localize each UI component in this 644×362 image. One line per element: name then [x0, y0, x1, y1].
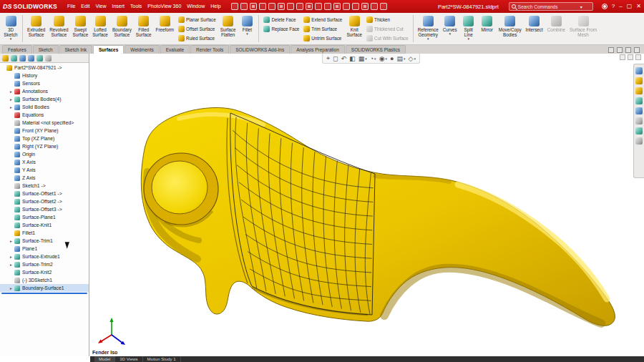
tree-item-front-xy-plane[interactable]: Front (XY Plane)	[0, 127, 89, 134]
pane-icon-3[interactable]	[625, 47, 631, 53]
tree-item-right-yz-plane[interactable]: Right (YZ Plane)	[0, 142, 89, 150]
tree-item-surface-bodies-4[interactable]: ▸Surface Bodies(4)	[0, 95, 89, 103]
tree-item-x-axis[interactable]: X Axis	[0, 158, 89, 166]
close-button[interactable]: ✕	[636, 0, 641, 13]
zoom-area-icon[interactable]: ◻	[332, 55, 338, 62]
section-view-icon[interactable]	[361, 3, 369, 10]
open-icon[interactable]	[250, 3, 257, 10]
ruled-surface-button[interactable]: Ruled Surface	[176, 34, 218, 42]
tree-item-material-not-specified[interactable]: Material <not specified>	[0, 119, 89, 127]
tab-sketch-ink[interactable]: Sketch Ink	[59, 45, 92, 54]
menu-help[interactable]: Help	[208, 0, 223, 13]
menu-file[interactable]: File	[64, 0, 78, 13]
edit-appearance-icon[interactable]: ●	[389, 55, 394, 62]
knit-surface-button[interactable]: KnitSurface	[344, 14, 364, 44]
paste-icon[interactable]	[315, 3, 322, 10]
delete-face-button[interactable]: Delete Face	[261, 15, 301, 24]
curves-button[interactable]: Curves▾	[441, 14, 459, 44]
tree-item-sketch1[interactable]: Sketch1 ->	[0, 182, 89, 190]
appearance-icon[interactable]	[343, 3, 350, 10]
display-manager-icon[interactable]	[36, 55, 43, 62]
snapshot-icon[interactable]	[380, 3, 387, 10]
configuration-manager-icon[interactable]	[19, 55, 26, 62]
copy-icon[interactable]	[306, 3, 313, 10]
menu-view[interactable]: View	[92, 0, 109, 13]
status-tab-model[interactable]: Model	[94, 356, 115, 362]
login-icon[interactable]	[602, 4, 608, 9]
tree-item-annotations[interactable]: ▸Annotations	[0, 87, 89, 95]
design-library-icon[interactable]	[635, 77, 643, 84]
tree-item-solid-bodies[interactable]: ▸Solid Bodies	[0, 103, 89, 111]
menu-edit[interactable]: Edit	[78, 0, 92, 13]
split-line-button[interactable]: SplitLine▾	[459, 14, 478, 44]
tree-item-plane1[interactable]: Plane1	[0, 245, 89, 253]
measure-icon[interactable]	[352, 3, 359, 10]
fender-model[interactable]	[90, 54, 644, 356]
freeform-button[interactable]: Freeform	[154, 14, 177, 44]
intersect-button[interactable]: Intersect	[524, 14, 545, 44]
replace-face-button[interactable]: Replace Face	[261, 24, 301, 33]
section-view-icon[interactable]: ◧	[348, 55, 356, 62]
mirror-button[interactable]: Mirror	[478, 14, 497, 44]
hide-show-items-icon[interactable]: ◉▾	[379, 55, 388, 62]
rebuild-icon[interactable]	[324, 3, 331, 10]
appearances-scenes-icon[interactable]	[635, 107, 643, 114]
tab-solidworks-plastics[interactable]: SOLIDWORKS Plastics	[346, 45, 406, 54]
display-pane-toggle[interactable]	[620, 54, 625, 60]
view-palette-icon[interactable]	[635, 97, 643, 104]
tab-render-tools[interactable]: Render Tools	[190, 45, 229, 54]
feature-manager-icon[interactable]	[2, 55, 9, 62]
tab-weldments[interactable]: Weldments	[125, 45, 159, 54]
boundary-surface-button[interactable]: BoundarySurface	[110, 14, 134, 44]
surface-flatten-button[interactable]: SurfaceFlatten	[218, 14, 238, 44]
task-pane-home-icon[interactable]	[635, 67, 643, 74]
search-commands-box[interactable]: ▾	[509, 2, 593, 11]
tree-item-surface-offset2[interactable]: Surface-Offset2 ->	[0, 197, 89, 205]
property-manager-icon[interactable]	[11, 55, 17, 62]
untrim-surface-button[interactable]: Untrim Surface	[301, 34, 344, 42]
3d-sketch-button[interactable]: 3DSketch▾	[1, 14, 20, 44]
tab-sketch[interactable]: Sketch	[33, 45, 59, 54]
planar-surface-button[interactable]: Planar Surface	[176, 15, 218, 24]
file-explorer-icon[interactable]	[635, 87, 643, 94]
view-cube-icon[interactable]	[371, 3, 378, 10]
menu-tools[interactable]: Tools	[127, 0, 145, 13]
dimxpert-manager-icon[interactable]	[28, 55, 34, 62]
tab-collapse-icon[interactable]	[635, 137, 643, 145]
tab-surfaces[interactable]: Surfaces	[93, 45, 124, 54]
pane-split-toggle[interactable]	[628, 54, 633, 60]
rollback-bar[interactable]	[1, 293, 87, 294]
extend-surface-button[interactable]: Extend Surface	[301, 15, 344, 24]
new-document-icon[interactable]	[240, 3, 248, 10]
tab-analysis-preparation[interactable]: Analysis Preparation	[291, 45, 345, 54]
forum-icon[interactable]	[635, 127, 643, 134]
graphics-area[interactable]: ⌖◻↶◧▦▾◔▾◉▾●▤▾◇▾ Fender Iso	[90, 54, 644, 356]
status-tab-motion-study-1[interactable]: Motion Study 1	[143, 356, 181, 362]
menu-photoview-360[interactable]: PhotoView 360	[145, 0, 184, 13]
tree-item-y-axis[interactable]: Y Axis	[0, 166, 89, 174]
search-dropdown-icon[interactable]: ▾	[580, 4, 582, 9]
tree-item-top-xz-plane[interactable]: Top (XZ Plane)	[0, 134, 89, 142]
status-tab-3d-views[interactable]: 3D Views	[115, 356, 142, 362]
revolved-surface-button[interactable]: RevolvedSurface	[47, 14, 70, 44]
pane-icon-2[interactable]	[617, 47, 623, 53]
view-settings-icon[interactable]: ◇▾	[407, 55, 416, 62]
fillet-button[interactable]: Fillet▾	[238, 14, 256, 44]
extruded-surface-button[interactable]: ExtrudedSurface	[25, 14, 47, 44]
tree-item-surface-knit2[interactable]: Surface-Knit2	[0, 268, 89, 276]
zoom-fit-icon[interactable]: ⌖	[326, 54, 331, 62]
options-icon[interactable]	[333, 3, 341, 10]
tree-item-part2-sw-0847921[interactable]: Part2*SW-0847921 ->	[0, 64, 89, 72]
tree-item-surface-knit1[interactable]: Surface-Knit1	[0, 221, 89, 229]
pane-icon-1[interactable]	[608, 47, 614, 53]
tree-item-surface-plane1[interactable]: Surface-Plane1	[0, 213, 89, 221]
tab-features[interactable]: Features	[2, 45, 32, 54]
help-pane-icon[interactable]	[45, 55, 52, 62]
wheel-dome[interactable]	[152, 161, 208, 214]
minimize-button[interactable]: –	[619, 0, 622, 13]
search-input[interactable]	[518, 4, 578, 9]
print-icon[interactable]	[268, 3, 275, 10]
select-icon[interactable]	[231, 3, 238, 10]
reference-geometry-button[interactable]: ReferenceGeometry▾	[416, 14, 441, 44]
trim-surface-button[interactable]: Trim Surface	[301, 24, 344, 33]
